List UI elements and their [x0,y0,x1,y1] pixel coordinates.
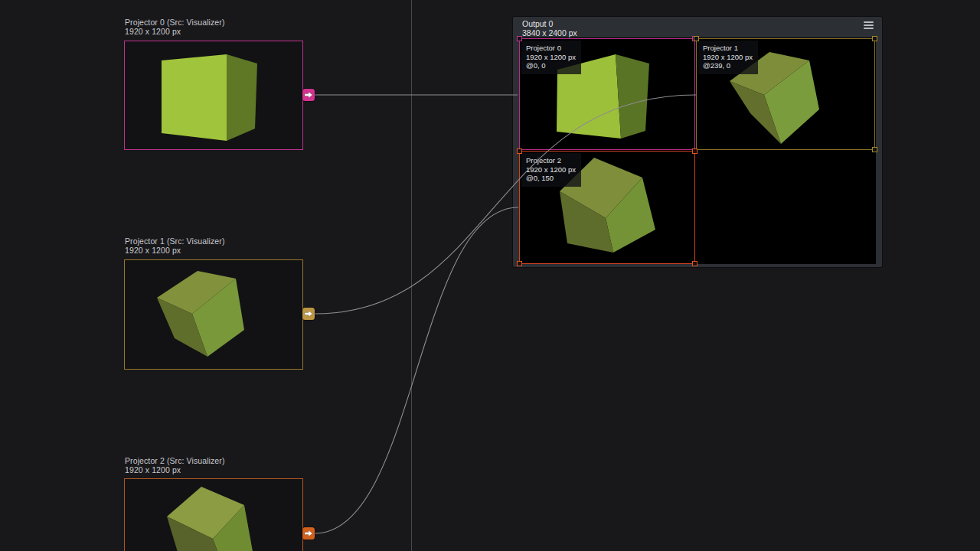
region-size: 1920 x 1200 px [703,53,753,62]
region-size: 1920 x 1200 px [526,165,576,174]
output-panel-header: Output 0 3840 x 2400 px [522,20,577,37]
cube-preview [125,479,303,551]
node-resolution: 1920 x 1200 px [125,28,225,37]
output-port-projector-0[interactable] [302,89,315,101]
region-tooltip: Projector 1 1920 x 1200 px @239, 0 [698,41,758,74]
region-name: Projector 1 [703,44,753,53]
output-resolution: 3840 x 2400 px [522,29,577,38]
corner-handle[interactable] [517,261,522,266]
wire-projector-2 [315,207,518,533]
node-resolution: 1920 x 1200 px [125,466,225,475]
corner-handle[interactable] [517,36,522,41]
node-projector-2[interactable] [124,478,303,551]
grid-divider-line [411,0,412,551]
region-size: 1920 x 1200 px [526,53,576,62]
node-title: Projector 2 (Src: Visualizer) [125,457,225,466]
arrow-right-icon [304,310,313,318]
corner-handle[interactable] [872,36,877,41]
node-projector-0[interactable] [124,41,303,150]
region-tooltip: Projector 2 1920 x 1200 px @0, 150 [521,153,581,187]
region-name: Projector 2 [526,156,576,165]
corner-handle[interactable] [872,147,877,152]
output-port-projector-2[interactable] [302,527,315,540]
cube-preview [125,260,303,370]
node-editor-canvas[interactable]: { "app": { "background": "#18181b", "div… [0,0,980,551]
corner-handle[interactable] [692,148,697,154]
region-tooltip: Projector 0 1920 x 1200 px @0, 0 [521,41,581,74]
output-port-projector-1[interactable] [302,308,315,320]
output-region-projector-1[interactable]: Projector 1 1920 x 1200 px @239, 0 [696,38,875,150]
node-title: Projector 1 (Src: Visualizer) [125,237,225,246]
node-resolution: 1920 x 1200 px [125,246,225,256]
corner-handle[interactable] [694,36,699,41]
region-offset: @239, 0 [703,61,753,70]
output-title: Output 0 [522,20,577,29]
output-region-projector-2[interactable]: Projector 2 1920 x 1200 px @0, 150 [519,151,695,264]
output-region-projector-0[interactable]: Projector 0 1920 x 1200 px @0, 0 [519,38,695,150]
arrow-right-icon [304,530,313,537]
hamburger-menu-icon[interactable] [864,21,874,29]
corner-handle[interactable] [517,148,522,154]
node-title: Projector 0 (Src: Visualizer) [125,18,225,28]
node-label-projector-2: Projector 2 (Src: Visualizer) 1920 x 120… [125,457,225,474]
region-offset: @0, 0 [526,61,576,70]
node-label-projector-0: Projector 0 (Src: Visualizer) 1920 x 120… [125,18,225,36]
region-name: Projector 0 [526,44,576,53]
corner-handle[interactable] [692,261,697,266]
node-label-projector-1: Projector 1 (Src: Visualizer) 1920 x 120… [125,237,225,255]
arrow-right-icon [304,91,313,99]
cube-preview [125,41,303,150]
region-offset: @0, 150 [526,174,576,183]
node-projector-1[interactable] [124,259,303,370]
